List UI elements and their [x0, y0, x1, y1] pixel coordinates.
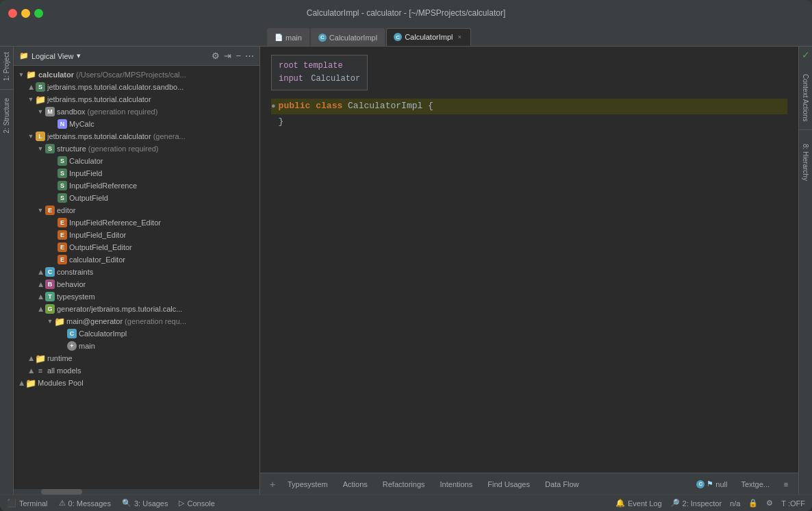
traffic-lights [8, 9, 43, 18]
badge-e2: E [58, 218, 67, 227]
badge-c: C [45, 267, 55, 277]
list-item[interactable]: ▼ S structure (generation required) [14, 142, 259, 155]
scrollbar-thumb[interactable] [41, 489, 82, 495]
position-item: n/a [730, 499, 740, 508]
tree-scrollbar[interactable] [14, 489, 259, 495]
inspector-item[interactable]: 🔎 2: Inspector [670, 499, 722, 508]
dropdown-arrow: ▾ [77, 51, 81, 60]
tab-close-icon[interactable]: × [455, 33, 464, 41]
scroll-icon[interactable]: ⇥ [224, 51, 231, 61]
collapse-icon[interactable]: − [236, 51, 241, 61]
list-item[interactable]: S InputField [14, 167, 259, 179]
typesystem-label: Typesystem [288, 480, 328, 488]
minimize-button[interactable] [21, 9, 30, 18]
arrow-icon: ▼ [36, 107, 45, 116]
off-label-item[interactable]: T :OFF [781, 499, 805, 508]
tree-item-label: CalculatorImpl [79, 329, 127, 338]
actions-label: Actions [343, 480, 368, 488]
project-label[interactable]: 1: Project [3, 47, 10, 86]
badge-e3: E [58, 230, 67, 240]
list-item[interactable]: ▼ M sandbox (generation required) [14, 105, 259, 118]
editor-content[interactable]: root template input Calculator ● public … [260, 47, 798, 473]
messages-item[interactable]: ⚠ 0: Messages [59, 499, 111, 508]
tab-refactorings[interactable]: Refactorings [376, 476, 432, 493]
tree-item-sublabel: (generation required) [88, 145, 159, 153]
list-item[interactable]: S OutputField [14, 192, 259, 204]
tab-main[interactable]: 📄 main [267, 28, 309, 46]
maximize-button[interactable] [34, 9, 43, 18]
tree-item-label: all models [47, 366, 81, 375]
expand-icon[interactable]: ⋯ [245, 51, 254, 61]
tab-find-usages[interactable]: Find Usages [481, 476, 537, 493]
arrow-spacer [58, 329, 67, 338]
code-line-2[interactable]: ● } [271, 114, 787, 130]
code-line-highlighted[interactable]: ● public class CalculatorImpl { [271, 99, 787, 114]
settings-status-item[interactable]: ⚙ [766, 499, 773, 508]
console-icon: ▷ [179, 499, 184, 508]
list-item[interactable]: C CalculatorImpl [14, 327, 259, 340]
list-item[interactable]: ▶ B behavior [14, 278, 259, 290]
find-usages-label: Find Usages [487, 480, 530, 488]
list-item[interactable]: N MyCalc [14, 118, 259, 130]
badge-e: E [45, 205, 55, 215]
list-item[interactable]: ▼ 📁 calculator (/Users/Oscar/MPSProjects… [14, 68, 259, 81]
event-log-item[interactable]: 🔔 Event Log [616, 499, 662, 508]
tab-calculatorimpl2[interactable]: C CalculatorImpl × [386, 28, 471, 46]
list-item[interactable]: ▼ 📁 jetbrains.mps.tutorial.calculator [14, 93, 259, 105]
close-button[interactable] [8, 9, 17, 18]
more-button[interactable]: ≡ [779, 476, 793, 493]
list-item[interactable]: E InputFieldReference_Editor [14, 216, 259, 229]
tree-item-label: generator/jetbrains.mps.tutorial.calc... [57, 305, 182, 313]
statusbar: ⬛ Terminal ⚠ 0: Messages 🔍 3: Usages ▷ C… [0, 495, 812, 511]
list-item[interactable]: E OutputField_Editor [14, 241, 259, 253]
tab-textgen[interactable]: Textge... [735, 476, 775, 493]
list-item[interactable]: S InputFieldReference [14, 179, 259, 192]
usages-item[interactable]: 🔍 3: Usages [122, 499, 168, 508]
list-item[interactable]: + main [14, 340, 259, 352]
tree-item-label: jetbrains.mps.tutorial.calculator [47, 132, 151, 140]
template-kw1: root template [279, 61, 343, 71]
check-icon: ✓ [799, 47, 813, 63]
tab-actions[interactable]: Actions [336, 476, 375, 493]
list-item[interactable]: ▶ G generator/jetbrains.mps.tutorial.cal… [14, 303, 259, 315]
textgen-label: Textge... [741, 480, 770, 488]
list-item[interactable]: ▶ C constraints [14, 266, 259, 278]
inspector-label: 2: Inspector [683, 499, 722, 508]
main-layout: 1: Project 2: Structure 📁 Logical View ▾… [0, 47, 812, 495]
window-title: CalculatorImpl - calculator - [~/MPSProj… [307, 8, 505, 18]
terminal-item[interactable]: ⬛ Terminal [7, 499, 48, 508]
tab-data-flow[interactable]: Data Flow [538, 476, 586, 493]
arrow-icon: ▼ [26, 132, 36, 141]
view-dropdown[interactable]: 📁 Logical View ▾ [19, 51, 81, 60]
list-item[interactable]: ▼ E editor [14, 204, 259, 216]
add-tab-button[interactable]: + [266, 477, 279, 491]
settings-icon[interactable]: ⚙ [212, 51, 220, 61]
tree-item-label: sandbox [57, 108, 86, 116]
list-item[interactable]: ▶ 📁 runtime [14, 352, 259, 364]
hierarchy-label[interactable]: 8: Hierarchy [802, 138, 809, 186]
statusbar-right: 🔔 Event Log 🔎 2: Inspector n/a 🔒 ⚙ T :OF… [616, 499, 805, 508]
tab-calculatorimpl1[interactable]: C CalculatorImpl [311, 28, 385, 46]
tree-item-label: InputFieldReference_Editor [69, 219, 161, 227]
list-item[interactable]: S Calculator [14, 155, 259, 167]
list-item[interactable]: ▶ ≡ all models [14, 364, 259, 377]
list-item[interactable]: ▼ L jetbrains.mps.tutorial.calculator (g… [14, 130, 259, 142]
arrow-spacer [48, 255, 58, 264]
list-item[interactable]: ▼ 📁 main@generator (generation requ... [14, 315, 259, 327]
list-item[interactable]: E InputField_Editor [14, 229, 259, 241]
list-item[interactable]: ▶ T typesystem [14, 290, 259, 303]
structure-label[interactable]: 2: Structure [3, 92, 10, 139]
list-item[interactable]: ▶ S jetbrains.mps.tutorial.calculator.sa… [14, 81, 259, 93]
console-item[interactable]: ▷ Console [179, 499, 214, 508]
tree-content[interactable]: ▼ 📁 calculator (/Users/Oscar/MPSProjects… [14, 66, 259, 489]
context-actions-label[interactable]: Context Actions [802, 68, 809, 127]
tree-item-label: main@generator [66, 317, 123, 325]
lock-item[interactable]: 🔒 [748, 499, 758, 508]
list-item[interactable]: E calculator_Editor [14, 253, 259, 266]
tab-typesystem[interactable]: Typesystem [281, 476, 335, 493]
badge-s3: S [58, 169, 67, 178]
tab-intentions[interactable]: Intentions [433, 476, 480, 493]
list-item[interactable]: ▶ 📁 Modules Pool [14, 377, 259, 389]
null-badge[interactable]: C ⚑ null [692, 478, 731, 490]
badge-all: ≡ [36, 366, 45, 375]
